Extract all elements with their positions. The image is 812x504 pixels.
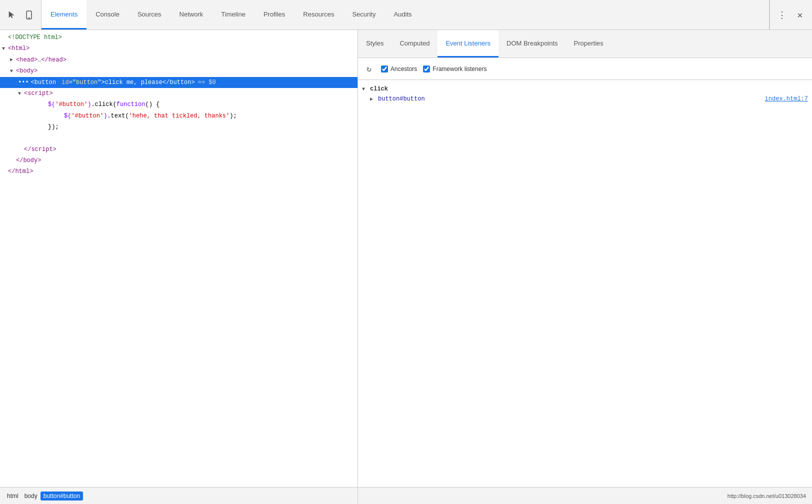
breadcrumb-button[interactable]: button#button	[40, 492, 83, 500]
body-triangle[interactable]	[10, 67, 16, 76]
blank-line	[0, 133, 358, 144]
tab-sources[interactable]: Sources	[128, 0, 170, 30]
right-panel: Styles Computed Event Listeners DOM Brea…	[358, 30, 812, 504]
right-tab-styles[interactable]: Styles	[358, 30, 392, 58]
right-tab-properties[interactable]: Properties	[566, 30, 612, 58]
click-triangle[interactable]	[362, 86, 368, 92]
dom-head[interactable]: <head>…</head>	[0, 54, 358, 66]
mobile-icon[interactable]	[22, 8, 36, 22]
script-triangle[interactable]	[18, 90, 24, 98]
code-line-2: $('#button').text('hehe, that tickled, t…	[0, 110, 358, 122]
breadcrumb-html[interactable]: html	[4, 492, 22, 500]
tab-network[interactable]: Network	[170, 0, 212, 30]
event-sub-left: button#button	[370, 96, 425, 102]
close-button[interactable]: ✕	[793, 8, 807, 22]
dom-script-close: </script>	[0, 144, 358, 155]
dom-html-close: </html>	[0, 166, 358, 177]
right-tab-dom-breakpoints[interactable]: DOM Breakpoints	[498, 30, 566, 58]
file-link[interactable]: index.html:7	[765, 96, 808, 102]
click-label: click	[370, 86, 388, 92]
tab-elements[interactable]: Elements	[42, 0, 86, 30]
event-listeners-content: click button#button index.html:7	[358, 80, 812, 487]
event-button-node[interactable]: button#button index.html:7	[358, 94, 812, 104]
refresh-button[interactable]: ↻	[363, 63, 375, 75]
event-click-header[interactable]: click	[358, 84, 812, 94]
node-triangle[interactable]	[370, 96, 376, 102]
cursor-icon[interactable]	[5, 8, 19, 22]
tab-timeline[interactable]: Timeline	[212, 0, 254, 30]
ancestors-checkbox[interactable]	[381, 66, 388, 72]
code-line-3: });	[0, 122, 358, 132]
code-line-1: $('#button').click(function() {	[0, 99, 358, 110]
right-toolbar: ↻ Ancestors Framework listeners	[358, 58, 812, 80]
tab-console[interactable]: Console	[86, 0, 128, 30]
right-tab-event-listeners[interactable]: Event Listeners	[438, 30, 498, 58]
node-label: button#button	[378, 96, 425, 102]
dom-html[interactable]: <html>	[0, 43, 358, 54]
tab-resources[interactable]: Resources	[294, 0, 343, 30]
svg-rect-1	[28, 18, 30, 18]
more-options-button[interactable]: ⋮	[775, 8, 789, 22]
bottom-status-bar: http://blog.csdn.net/u013028034	[358, 487, 812, 504]
dom-body-close: </body>	[0, 155, 358, 166]
dom-doctype: <!DOCTYPE html>	[0, 32, 358, 43]
framework-checkbox[interactable]	[423, 66, 430, 72]
breadcrumb-bar: html body button#button	[0, 487, 358, 504]
tab-profiles[interactable]: Profiles	[254, 0, 294, 30]
tab-security[interactable]: Security	[343, 0, 384, 30]
event-section-click: click button#button index.html:7	[358, 82, 812, 106]
toolbar-right: ⋮ ✕	[770, 0, 812, 30]
breadcrumb-body[interactable]: body	[22, 492, 40, 500]
dom-tree: <!DOCTYPE html> <html> <head>…</head> <b…	[0, 30, 358, 487]
html-triangle[interactable]	[2, 44, 8, 53]
main-content: <!DOCTYPE html> <html> <head>…</head> <b…	[0, 30, 812, 504]
devtools-toolbar: Elements Console Sources Network Timelin…	[0, 0, 812, 30]
status-url: http://blog.csdn.net/u013028034	[728, 493, 806, 499]
tab-audits[interactable]: Audits	[384, 0, 420, 30]
head-triangle[interactable]	[10, 56, 16, 64]
dom-panel: <!DOCTYPE html> <html> <head>…</head> <b…	[0, 30, 358, 504]
dom-body[interactable]: <body>	[0, 66, 358, 76]
framework-checkbox-label[interactable]: Framework listeners	[423, 66, 486, 72]
toolbar-tabs: Elements Console Sources Network Timelin…	[42, 0, 769, 30]
right-tabs: Styles Computed Event Listeners DOM Brea…	[358, 30, 812, 58]
dom-script-open[interactable]: <script>	[0, 88, 358, 99]
ancestors-checkbox-label[interactable]: Ancestors	[381, 66, 417, 72]
toolbar-icons	[0, 0, 42, 30]
right-tab-computed[interactable]: Computed	[392, 30, 438, 58]
dom-button[interactable]: ••• <button id="button" > click me, plea…	[0, 77, 358, 88]
